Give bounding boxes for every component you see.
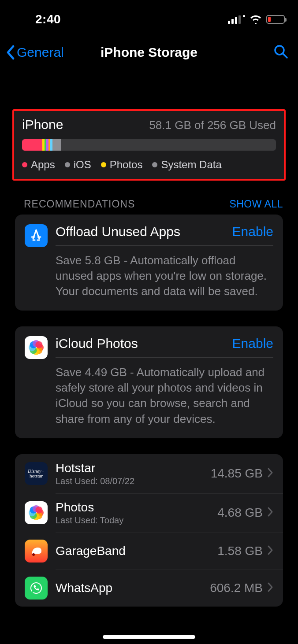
whatsapp-icon (25, 577, 48, 600)
chevron-right-icon (267, 467, 273, 480)
enable-button[interactable]: Enable (232, 336, 273, 351)
app-name: Photos (56, 500, 217, 514)
app-name: GarageBand (56, 544, 217, 558)
legend-item: Photos (101, 159, 143, 171)
recommendation-card: iCloud PhotosEnableSave 4.49 GB - Automa… (15, 326, 283, 438)
legend-swatch (65, 162, 70, 167)
app-size: 4.68 GB (217, 506, 263, 520)
app-last-used: Last Used: Today (56, 515, 217, 526)
legend-swatch (101, 162, 106, 167)
app-row[interactable]: Disney+hotstarHotstarLast Used: 08/07/22… (15, 454, 283, 493)
enable-button[interactable]: Enable (232, 224, 273, 239)
chevron-right-icon (267, 545, 273, 557)
battery-icon (266, 15, 285, 24)
show-all-button[interactable]: SHOW ALL (229, 198, 283, 210)
device-name: iPhone (22, 117, 63, 132)
svg-point-2 (32, 553, 35, 556)
status-bar: 2:40 (0, 0, 298, 31)
app-size: 1.58 GB (217, 544, 263, 558)
status-time: 2:40 (35, 12, 61, 26)
app-name: WhatsApp (56, 581, 210, 595)
apps-list-card: Disney+hotstarHotstarLast Used: 08/07/22… (15, 454, 283, 607)
hotstar-icon: Disney+hotstar (25, 462, 48, 485)
storage-legend: AppsiOSPhotosSystem Data (22, 159, 276, 171)
storage-used-text: 58.1 GB of 256 GB Used (149, 118, 276, 132)
storage-summary-card: iPhone 58.1 GB of 256 GB Used AppsiOSPho… (12, 109, 286, 181)
status-icons (228, 15, 285, 24)
nav-bar: General iPhone Storage (0, 31, 298, 70)
recommendations-header: RECOMMENDATIONS SHOW ALL (0, 181, 298, 215)
home-indicator[interactable] (103, 635, 195, 639)
legend-swatch (22, 162, 27, 167)
app-row[interactable]: GarageBand1.58 GB (15, 533, 283, 570)
photos-icon (25, 501, 48, 524)
legend-item: Apps (22, 159, 55, 171)
search-button[interactable] (273, 44, 288, 61)
storage-segment (52, 139, 61, 151)
legend-swatch (152, 162, 157, 167)
app-last-used: Last Used: 08/07/22 (56, 476, 211, 486)
svg-line-1 (283, 54, 287, 58)
app-row[interactable]: WhatsApp606.2 MB (15, 570, 283, 607)
legend-item: System Data (152, 159, 221, 171)
recommendation-description: Save 4.49 GB - Automatically upload and … (56, 358, 273, 438)
appstore-icon (25, 224, 48, 247)
storage-bar (22, 139, 276, 151)
legend-label: iOS (74, 159, 91, 171)
back-button[interactable]: General (5, 45, 64, 60)
storage-segment (22, 139, 42, 151)
legend-label: System Data (161, 159, 221, 171)
garage-icon (25, 540, 48, 563)
wifi-icon (250, 15, 262, 24)
app-row[interactable]: PhotosLast Used: Today4.68 GB (15, 493, 283, 533)
recommendations-label: RECOMMENDATIONS (24, 198, 135, 210)
recommendation-description: Save 5.8 GB - Automatically offload unus… (56, 246, 273, 311)
chevron-right-icon (267, 507, 273, 519)
app-name: Hotstar (56, 461, 211, 475)
cellular-signal-icon (228, 15, 245, 24)
chevron-right-icon (267, 582, 273, 594)
app-size: 14.85 GB (211, 466, 263, 481)
recommendation-card: Offload Unused AppsEnableSave 5.8 GB - A… (15, 215, 283, 311)
back-label: General (17, 45, 64, 60)
recommendation-title: Offload Unused Apps (56, 224, 180, 239)
legend-item: iOS (65, 159, 91, 171)
legend-label: Apps (31, 159, 55, 171)
legend-label: Photos (110, 159, 143, 171)
photos-icon (25, 336, 48, 359)
search-icon (273, 44, 288, 59)
recommendation-title: iCloud Photos (56, 336, 138, 351)
app-size: 606.2 MB (210, 581, 263, 595)
chevron-left-icon (5, 45, 16, 60)
